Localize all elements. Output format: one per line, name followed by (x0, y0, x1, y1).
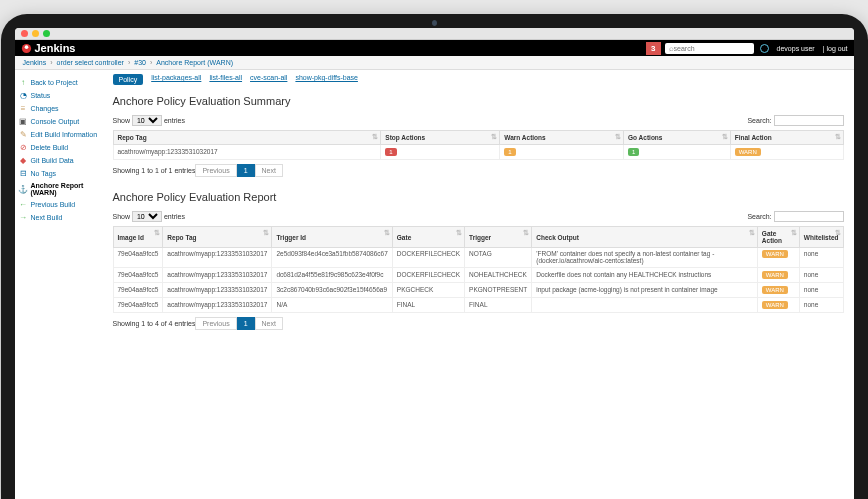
sidebar-icon: ✎ (19, 130, 28, 139)
summary-toolbar: Show 10 entries Search: (113, 115, 844, 126)
report-search-input[interactable] (774, 211, 844, 222)
summary-pagination: Previous 1 Next (195, 164, 283, 177)
table-row: 79e04aa9fcc5acathrow/myapp:1233353103201… (113, 268, 843, 283)
tab-bar: Policylist-packages-alllist-files-allcve… (113, 74, 844, 85)
tab-list-packages-all[interactable]: list-packages-all (151, 74, 201, 85)
sidebar-item-label: Console Output (31, 118, 80, 125)
sidebar-item-3[interactable]: ▣Console Output (19, 115, 99, 128)
sidebar-icon: ▣ (19, 117, 28, 126)
col-header[interactable]: Gate Action⇅ (757, 227, 799, 248)
summary-title: Anchore Policy Evaluation Summary (113, 95, 844, 107)
crumb-0[interactable]: Jenkins (23, 59, 47, 66)
col-header[interactable]: Whitelisted⇅ (799, 227, 843, 248)
sidebar-item-label: Changes (31, 105, 59, 112)
col-header[interactable]: Final Action⇅ (730, 131, 843, 145)
col-header[interactable]: Trigger⇅ (465, 227, 532, 248)
sidebar-item-9[interactable]: ←Previous Build (19, 198, 99, 211)
table-row: acathrow/myapp:12333531032017111WARN (113, 145, 843, 160)
crumb-1[interactable]: order select controller (57, 59, 124, 66)
max-dot[interactable] (43, 30, 50, 37)
report-page-1[interactable]: 1 (237, 317, 255, 330)
col-header[interactable]: Image Id⇅ (113, 227, 163, 248)
table-row: 79e04aa9fcc5acathrow/myapp:1233353103201… (113, 283, 843, 298)
sidebar-icon: ◔ (19, 91, 28, 100)
col-header[interactable]: Warn Actions⇅ (500, 131, 624, 145)
summary-page-1[interactable]: 1 (237, 164, 255, 177)
tab-cve-scan-all[interactable]: cve-scan-all (250, 74, 287, 85)
sidebar-item-0[interactable]: ↑Back to Project (19, 76, 99, 89)
sidebar-icon: ⊟ (19, 169, 28, 178)
sidebar-icon: ⚓ (19, 185, 28, 194)
svg-point-1 (24, 45, 28, 49)
summary-table: Repo Tag⇅Stop Actions⇅Warn Actions⇅Go Ac… (113, 130, 844, 160)
sidebar-item-label: Status (31, 92, 51, 99)
sidebar-item-8[interactable]: ⚓Anchore Report (WARN) (19, 180, 99, 198)
sidebar-item-10[interactable]: →Next Build (19, 211, 99, 224)
report-table: Image Id⇅Repo Tag⇅Trigger Id⇅Gate⇅Trigge… (113, 226, 844, 313)
report-page-size[interactable]: 10 (132, 211, 162, 222)
col-header[interactable]: Go Actions⇅ (624, 131, 731, 145)
breadcrumb: Jenkins› order select controller› #30› A… (15, 56, 854, 70)
sidebar: ↑Back to Project◔Status≡Changes▣Console … (15, 70, 103, 499)
sidebar-item-5[interactable]: ⊘Delete Build (19, 141, 99, 154)
sidebar-icon: ↑ (19, 78, 28, 87)
report-pagination: Previous 1 Next (195, 317, 283, 330)
col-header[interactable]: Repo Tag⇅ (113, 131, 381, 145)
sidebar-item-7[interactable]: ⊟No Tags (19, 167, 99, 180)
col-header[interactable]: Stop Actions⇅ (381, 131, 500, 145)
sidebar-icon: ≡ (19, 104, 28, 113)
sidebar-item-label: Git Build Data (31, 157, 74, 164)
search-box[interactable]: ⌕ (665, 43, 754, 54)
report-prev[interactable]: Previous (195, 317, 236, 330)
summary-search-input[interactable] (774, 115, 844, 126)
sidebar-icon: ◆ (19, 156, 28, 165)
report-title: Anchore Policy Evaluation Report (113, 191, 844, 203)
col-header[interactable]: Repo Tag⇅ (163, 227, 272, 248)
summary-info: Showing 1 to 1 of 1 entries (113, 167, 196, 174)
sidebar-icon: → (19, 213, 28, 222)
window-traffic-lights (15, 28, 854, 40)
jenkins-logo[interactable]: Jenkins (21, 42, 76, 54)
table-row: 79e04aa9fcc5acathrow/myapp:1233353103201… (113, 298, 843, 313)
help-icon[interactable] (760, 44, 769, 53)
tab-Policy[interactable]: Policy (113, 74, 144, 85)
user-link[interactable]: devops user (777, 45, 815, 52)
crumb-2[interactable]: #30 (134, 59, 146, 66)
close-dot[interactable] (21, 30, 28, 37)
table-row: 79e04aa9fcc5acathrow/myapp:1233353103201… (113, 248, 843, 268)
logout-link[interactable]: | log out (823, 45, 848, 52)
summary-next[interactable]: Next (255, 164, 283, 177)
main-content: Policylist-packages-alllist-files-allcve… (103, 70, 854, 499)
summary-page-size[interactable]: 10 (132, 115, 162, 126)
sidebar-item-label: Next Build (31, 214, 63, 221)
sidebar-item-label: Edit Build Information (31, 131, 98, 138)
sidebar-item-6[interactable]: ◆Git Build Data (19, 154, 99, 167)
sidebar-icon: ⊘ (19, 143, 28, 152)
min-dot[interactable] (32, 30, 39, 37)
summary-prev[interactable]: Previous (195, 164, 236, 177)
search-input[interactable] (674, 45, 750, 52)
notification-badge[interactable]: 3 (646, 42, 660, 55)
report-next[interactable]: Next (255, 317, 283, 330)
brand-text: Jenkins (35, 42, 76, 54)
col-header[interactable]: Gate⇅ (392, 227, 464, 248)
report-info: Showing 1 to 4 of 4 entries (113, 320, 196, 327)
sidebar-item-1[interactable]: ◔Status (19, 89, 99, 102)
tab-show-pkg-diffs-base[interactable]: show-pkg-diffs-base (295, 74, 358, 85)
sidebar-item-2[interactable]: ≡Changes (19, 102, 99, 115)
crumb-3[interactable]: Anchore Report (WARN) (156, 59, 233, 66)
sidebar-item-4[interactable]: ✎Edit Build Information (19, 128, 99, 141)
sidebar-item-label: Delete Build (31, 144, 69, 151)
col-header[interactable]: Check Output⇅ (532, 227, 758, 248)
sidebar-item-label: Back to Project (31, 79, 78, 86)
sidebar-item-label: No Tags (31, 170, 57, 177)
top-bar: Jenkins 3 ⌕ devops user | log out (15, 40, 854, 56)
col-header[interactable]: Trigger Id⇅ (272, 227, 392, 248)
sidebar-item-label: Anchore Report (WARN) (31, 182, 99, 196)
sidebar-item-label: Previous Build (31, 201, 76, 208)
report-toolbar: Show 10 entries Search: (113, 211, 844, 222)
tab-list-files-all[interactable]: list-files-all (209, 74, 242, 85)
sidebar-icon: ← (19, 200, 28, 209)
